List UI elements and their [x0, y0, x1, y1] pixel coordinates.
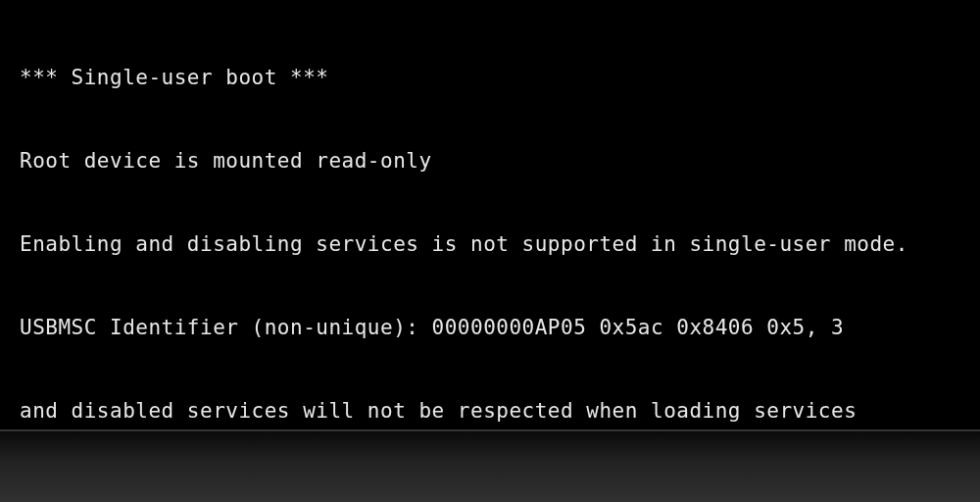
boot-line: and disabled services will not be respec…	[20, 397, 960, 425]
boot-header: *** Single-user boot ***	[20, 64, 960, 91]
boot-line: USBMSC Identifier (non-unique): 00000000…	[20, 314, 960, 341]
boot-line: Enabling and disabling services is not s…	[20, 230, 960, 258]
boot-line: Root device is mounted read-only	[20, 147, 960, 175]
terminal-output: *** Single-user boot *** Root device is …	[20, 8, 960, 502]
screen-bezel	[0, 429, 980, 502]
